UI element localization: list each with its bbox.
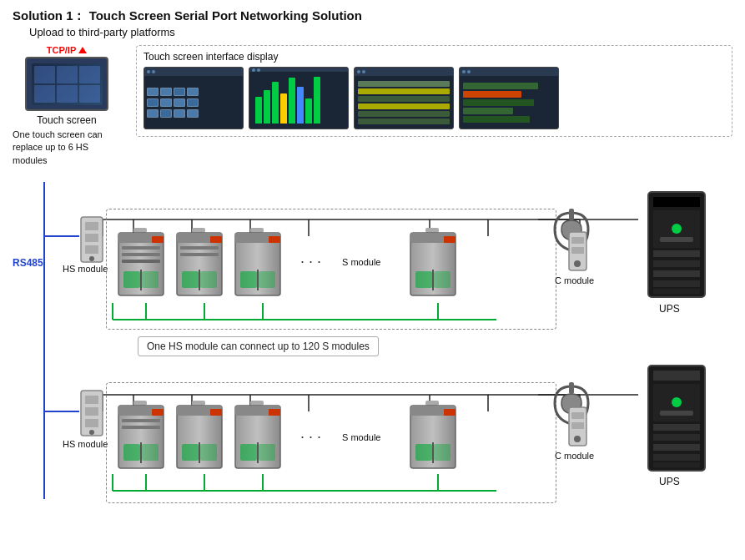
- table-row-1: [358, 88, 450, 94]
- screen4-header: [460, 68, 558, 76]
- svg-rect-120: [444, 409, 456, 416]
- svg-rect-131: [653, 371, 700, 381]
- module-group-row2: [106, 382, 556, 503]
- svg-rect-110: [250, 401, 264, 406]
- hs-module-row1: [79, 215, 104, 266]
- info-box-row1: One HS module can connect up to 120 S mo…: [138, 336, 379, 356]
- svg-rect-43: [152, 236, 164, 243]
- page-container: Solution 1： Touch Screen Serial Port Net…: [0, 0, 745, 560]
- chart-bar-3: [272, 82, 279, 124]
- page-subtitle: Upload to third-party platforms: [29, 26, 732, 38]
- status-row-4: [463, 108, 513, 114]
- c-module-label-row1: C module: [555, 275, 594, 285]
- battery-2-row1: [175, 228, 224, 301]
- svg-rect-64: [240, 271, 257, 288]
- svg-rect-128: [571, 422, 584, 429]
- bar-chart: [253, 74, 345, 126]
- tcp-ip-label: TCP/IP: [47, 45, 87, 55]
- chart-bar-5: [289, 78, 295, 124]
- svg-rect-136: [653, 434, 700, 441]
- svg-rect-99: [122, 426, 160, 429]
- svg-rect-92: [85, 419, 98, 427]
- ellipsis-row1: · · ·: [300, 253, 321, 270]
- svg-rect-102: [142, 444, 159, 461]
- battery-3-row2: [234, 401, 282, 474]
- svg-rect-66: [425, 228, 439, 233]
- rack-cell: [187, 109, 199, 118]
- module-group-row1: [106, 209, 556, 330]
- screen1-header: [144, 68, 243, 76]
- interface-display-panel: Touch screen interface display: [136, 45, 732, 137]
- svg-rect-123: [434, 444, 451, 461]
- ts-cell-4: [34, 85, 55, 103]
- svg-rect-87: [653, 280, 700, 287]
- rack-cell: [160, 98, 172, 107]
- svg-rect-53: [210, 236, 222, 243]
- svg-rect-46: [122, 260, 160, 263]
- svg-rect-98: [122, 419, 160, 422]
- svg-rect-38: [85, 245, 98, 254]
- svg-rect-88: [653, 289, 700, 294]
- svg-rect-40: [133, 228, 147, 233]
- screen3-header: [355, 68, 453, 76]
- svg-rect-137: [653, 444, 700, 451]
- svg-rect-91: [85, 407, 98, 416]
- status-row-5: [463, 116, 530, 123]
- svg-rect-117: [425, 401, 439, 406]
- svg-rect-50: [192, 228, 205, 233]
- svg-rect-77: [571, 247, 584, 254]
- ts-mini-display: [32, 63, 103, 105]
- screen2-dot2: [257, 68, 260, 72]
- svg-rect-127: [571, 412, 584, 419]
- svg-rect-106: [210, 409, 222, 416]
- svg-rect-101: [123, 444, 140, 461]
- s-module-label-row1: S module: [342, 257, 380, 267]
- rack-row-2: [147, 98, 240, 107]
- rack-cell: [187, 88, 199, 96]
- rack-cell: [174, 98, 185, 107]
- svg-rect-83: [660, 237, 693, 242]
- svg-rect-44: [122, 246, 160, 250]
- battery-4-row2: [409, 401, 457, 474]
- svg-rect-76: [571, 237, 584, 244]
- screen1-body: [144, 76, 243, 129]
- table-row-5: [358, 119, 450, 124]
- svg-rect-45: [122, 253, 160, 256]
- rack-row-3: [147, 109, 240, 118]
- touch-screen-label: Touch screen: [37, 114, 96, 126]
- hs-module-label-row2: HS module: [63, 439, 108, 449]
- c-module-row2: [567, 406, 588, 450]
- table-row-header: [358, 81, 450, 87]
- ts-cell-5: [57, 85, 78, 103]
- svg-rect-109: [200, 444, 217, 461]
- screen4-dot2: [467, 70, 471, 73]
- svg-rect-73: [569, 209, 574, 220]
- svg-rect-116: [259, 444, 275, 461]
- svg-rect-71: [415, 271, 432, 288]
- chart-bar-6: [297, 87, 304, 124]
- interface-display-label: Touch screen interface display: [143, 51, 278, 63]
- svg-rect-124: [569, 382, 574, 394]
- main-diagram: RS485 HS module: [13, 174, 738, 557]
- svg-rect-72: [434, 271, 451, 288]
- screen3-body: [355, 76, 453, 129]
- battery-4-row1: [409, 228, 457, 301]
- rack-cell: [147, 98, 159, 107]
- top-section: TCP/IP Touch screen One touch screen can: [13, 45, 732, 167]
- rack-cell: [147, 109, 159, 118]
- svg-point-39: [89, 256, 94, 261]
- svg-point-78: [574, 260, 581, 267]
- rack-cell: [160, 109, 172, 118]
- table-row-4: [358, 111, 450, 117]
- screen4-body: [460, 76, 558, 129]
- interface-screen-4: [459, 67, 559, 129]
- svg-point-129: [574, 436, 581, 442]
- touch-screen-display: [32, 63, 103, 105]
- hs-module-label-row1: HS module: [63, 264, 108, 274]
- screen1-dot2: [152, 70, 155, 73]
- svg-point-133: [672, 397, 682, 407]
- svg-rect-62: [269, 236, 280, 243]
- ups-label-row2: UPS: [659, 476, 680, 487]
- status-row-3: [463, 99, 534, 106]
- svg-rect-80: [653, 197, 700, 207]
